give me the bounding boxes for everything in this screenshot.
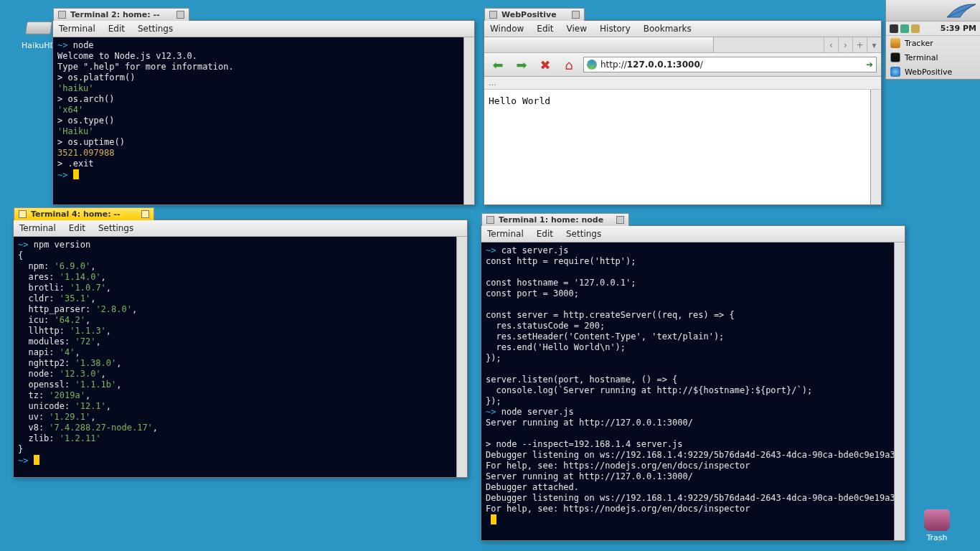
url-host: 127.0.0.1:3000 <box>627 60 700 70</box>
close-icon[interactable] <box>58 11 66 19</box>
zoom-icon[interactable] <box>616 216 624 224</box>
tab-scroll-left-icon[interactable]: ‹ <box>824 37 838 52</box>
menu-bookmarks[interactable]: Bookmarks <box>644 24 692 34</box>
go-icon[interactable]: ➔ <box>866 60 873 70</box>
globe-icon <box>587 60 597 70</box>
terminal-2-window[interactable]: Terminal 2: home: -- Terminal Edit Setti… <box>52 20 475 205</box>
close-icon[interactable] <box>489 11 497 19</box>
close-icon[interactable] <box>19 210 27 218</box>
status-bar: … <box>484 77 881 90</box>
menu-settings[interactable]: Settings <box>566 229 601 239</box>
home-icon[interactable]: ⌂ <box>560 56 578 73</box>
status-text: … <box>489 78 496 88</box>
menubar: Window Edit View History Bookmarks <box>484 21 881 37</box>
task-label: WebPositive <box>905 67 952 77</box>
terminal-1-window[interactable]: Terminal 1: home: node Terminal Edit Set… <box>481 225 905 541</box>
menu-settings[interactable]: Settings <box>98 223 133 233</box>
window-title: Terminal 4: home: -- <box>31 209 121 219</box>
task-tracker[interactable]: Tracker <box>886 36 980 50</box>
scrollbar[interactable] <box>463 37 474 204</box>
tray-icon[interactable] <box>900 24 909 33</box>
task-terminal[interactable]: Terminal <box>886 50 980 65</box>
menu-edit[interactable]: Edit <box>537 229 553 239</box>
task-label: Tracker <box>905 39 933 48</box>
window-tab[interactable]: Terminal 1: home: node <box>481 213 629 226</box>
desktop-trash-label: Trash <box>915 533 958 542</box>
deskbar[interactable]: 5:39 PM Tracker Terminal WebPositive <box>885 0 980 80</box>
scrollbar[interactable] <box>894 242 905 540</box>
stop-icon[interactable]: ✖ <box>536 56 555 73</box>
page-text: Hello World <box>489 95 550 106</box>
tray-icon[interactable] <box>911 24 920 33</box>
tab-scroll-right-icon[interactable]: › <box>838 37 852 52</box>
menu-edit[interactable]: Edit <box>69 223 85 233</box>
url-bar[interactable]: http://127.0.0.1:3000/ ➔ <box>583 57 877 72</box>
menu-edit[interactable]: Edit <box>108 24 125 34</box>
page-content: Hello World <box>484 90 881 204</box>
terminal-icon <box>890 52 900 62</box>
menubar: Terminal Edit Settings <box>14 220 467 237</box>
zoom-icon[interactable] <box>141 210 149 218</box>
menu-edit[interactable]: Edit <box>537 24 553 34</box>
menu-terminal[interactable]: Terminal <box>19 223 56 233</box>
harddrive-icon <box>25 22 53 34</box>
scrollbar[interactable] <box>870 90 881 204</box>
menubar: Terminal Edit Settings <box>481 226 905 242</box>
clock[interactable]: 5:39 PM <box>941 24 976 33</box>
tray-icon[interactable] <box>890 24 898 33</box>
webpositive-icon <box>890 67 900 77</box>
url-suffix: / <box>700 60 703 70</box>
webpositive-window[interactable]: WebPositive Window Edit View History Boo… <box>484 20 882 205</box>
task-label: Terminal <box>905 53 938 62</box>
zoom-icon[interactable] <box>176 11 184 19</box>
tab-menu-icon[interactable]: ▾ <box>867 37 881 52</box>
terminal-4-window[interactable]: Terminal 4: home: -- Terminal Edit Setti… <box>13 220 468 478</box>
forward-icon[interactable]: ➡ <box>512 56 531 73</box>
close-icon[interactable] <box>486 216 494 224</box>
menu-settings[interactable]: Settings <box>138 24 173 34</box>
new-tab-icon[interactable]: + <box>852 37 867 52</box>
url-prefix: http:// <box>600 60 627 70</box>
window-title: Terminal 1: home: node <box>499 215 603 225</box>
browser-toolbar: ⬅ ➡ ✖ ⌂ http://127.0.0.1:3000/ ➔ <box>484 53 881 77</box>
menu-terminal[interactable]: Terminal <box>487 229 524 239</box>
browser-tabs-row: ‹ › + ▾ <box>484 37 881 53</box>
tracker-icon <box>890 38 900 48</box>
tray: 5:39 PM <box>886 22 980 36</box>
browser-tab[interactable] <box>484 37 714 52</box>
window-title: Terminal 2: home: -- <box>70 10 160 19</box>
window-tab[interactable]: Terminal 4: home: -- <box>14 207 154 220</box>
menu-terminal[interactable]: Terminal <box>59 24 95 34</box>
task-webpositive[interactable]: WebPositive <box>886 65 980 79</box>
url-text[interactable]: http://127.0.0.1:3000/ <box>600 60 862 70</box>
menu-view[interactable]: View <box>567 24 587 34</box>
terminal-output[interactable]: ~> npm version { npm: '6.9.0', ares: '1.… <box>14 237 467 477</box>
menubar: Terminal Edit Settings <box>53 21 474 37</box>
back-icon[interactable]: ⬅ <box>489 56 507 73</box>
leaf-menu[interactable] <box>886 0 980 22</box>
terminal-output[interactable]: ~> node Welcome to Node.js v12.3.0. Type… <box>53 37 474 204</box>
window-tab[interactable]: Terminal 2: home: -- <box>53 8 189 21</box>
menu-history[interactable]: History <box>600 24 631 34</box>
zoom-icon[interactable] <box>572 11 580 19</box>
scrollbar[interactable] <box>456 237 467 477</box>
menu-window[interactable]: Window <box>490 24 524 34</box>
terminal-output[interactable]: ~> cat server.js const http = require('h… <box>481 242 905 540</box>
window-title: WebPositive <box>501 10 557 19</box>
desktop-trash-icon[interactable]: Trash <box>915 509 958 542</box>
leaf-icon <box>946 1 977 20</box>
trash-icon <box>924 509 950 531</box>
window-tab[interactable]: WebPositive <box>484 8 585 21</box>
